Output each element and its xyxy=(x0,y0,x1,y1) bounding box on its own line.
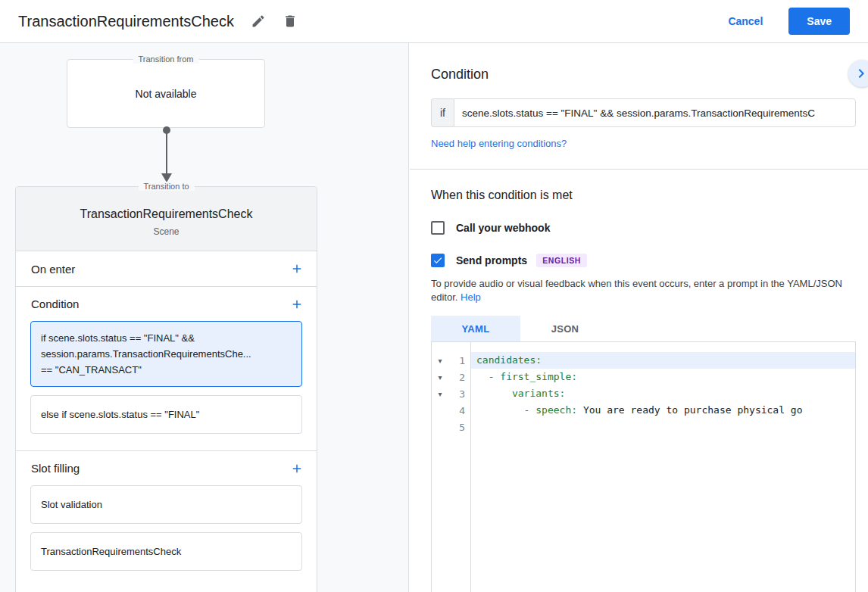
fold-arrow-icon[interactable]: ▾ xyxy=(432,373,448,382)
plus-icon xyxy=(290,262,304,276)
condition-expression-input[interactable] xyxy=(454,98,856,127)
scene-card-header[interactable]: TransactionRequirementsCheck Scene xyxy=(16,187,317,251)
transition-to-label: Transition to xyxy=(138,182,194,191)
save-button[interactable]: Save xyxy=(788,8,850,35)
on-enter-label: On enter xyxy=(31,263,75,276)
yaml-key: speech: xyxy=(535,404,577,416)
yaml-key: variants: xyxy=(512,388,565,399)
line-number: 5 xyxy=(448,422,470,433)
code-line[interactable]: candidates: xyxy=(471,352,855,369)
scene-canvas: Transition from Not available Transition… xyxy=(0,43,409,592)
editor-code-area[interactable]: candidates: - first_simple: variants: - … xyxy=(471,342,855,592)
help-link[interactable]: Help xyxy=(461,291,481,303)
plus-icon xyxy=(290,462,304,475)
top-bar: TransactionRequirementsCheck Cancel Save xyxy=(0,0,868,43)
slot-item[interactable]: Slot validation xyxy=(30,485,302,524)
scene-name: TransactionRequirementsCheck xyxy=(16,207,317,221)
slot-item-label: Slot validation xyxy=(41,497,292,513)
slot-item-label: TransactionRequirementsCheck xyxy=(41,544,292,559)
condition-help-link[interactable]: Need help entering conditions? xyxy=(431,138,856,149)
condition-text-line: == "CAN_TRANSACT" xyxy=(41,362,292,378)
tab-yaml[interactable]: YAML xyxy=(431,316,520,341)
condition-text-line: else if scene.slots.status == "FINAL" xyxy=(41,407,292,422)
condition-item[interactable]: else if scene.slots.status == "FINAL" xyxy=(30,395,302,434)
condition-detail-panel: Condition if Need help entering conditio… xyxy=(410,43,868,592)
yaml-key: candidates: xyxy=(476,354,542,366)
plus-icon xyxy=(290,298,304,311)
tab-json[interactable]: JSON xyxy=(520,316,610,341)
on-enter-row: On enter xyxy=(16,251,317,287)
code-line[interactable]: - speech: You are ready to purchase phys… xyxy=(471,402,855,419)
collapse-panel-button[interactable] xyxy=(848,60,868,87)
condition-label: Condition xyxy=(31,298,79,310)
yaml-key: first_simple: xyxy=(500,371,577,382)
top-bar-actions: Cancel Save xyxy=(728,8,850,35)
yaml-editor: ▾ 1 ▾ 2 ▾ 3 4 5 xyxy=(431,341,856,592)
code-line[interactable] xyxy=(471,419,855,435)
call-webhook-checkbox[interactable] xyxy=(431,221,445,235)
code-line[interactable]: - first_simple: xyxy=(471,369,855,385)
edit-button[interactable] xyxy=(251,14,266,29)
call-webhook-label[interactable]: Call your webhook xyxy=(456,222,550,234)
yaml-indent xyxy=(476,388,512,399)
condition-header-row: Condition xyxy=(16,287,317,321)
transition-to-card: Transition to TransactionRequirementsChe… xyxy=(15,186,317,592)
gutter-line: ▾ 1 xyxy=(432,352,470,369)
add-slot-button[interactable] xyxy=(287,459,307,478)
condition-item-selected[interactable]: if scene.slots.status == "FINAL" && sess… xyxy=(30,321,302,387)
scene-editor-app: TransactionRequirementsCheck Cancel Save… xyxy=(0,0,868,592)
gutter-line: ▾ 3 xyxy=(432,385,470,402)
condition-text-line: session.params.TransactionRequirementsCh… xyxy=(41,346,292,362)
panel-title: Condition xyxy=(431,67,856,83)
add-condition-button[interactable] xyxy=(287,294,307,314)
send-prompts-row: Send prompts ENGLISH xyxy=(431,254,856,267)
line-number: 1 xyxy=(448,355,470,366)
webhook-row: Call your webhook xyxy=(431,221,856,235)
scene-type: Scene xyxy=(16,226,317,237)
gutter-line: 4 xyxy=(432,402,470,419)
condition-section: Condition if scene.slots.status == "FINA… xyxy=(16,287,317,451)
section-divider xyxy=(410,169,868,170)
language-badge: ENGLISH xyxy=(536,254,587,267)
cancel-button[interactable]: Cancel xyxy=(728,15,763,27)
line-number: 2 xyxy=(448,372,470,383)
transition-from-value: Not available xyxy=(136,88,197,100)
slot-filling-section: Slot filling Slot validation Transaction… xyxy=(16,451,317,587)
yaml-indent: - xyxy=(476,404,535,416)
check-icon xyxy=(432,255,443,266)
code-line[interactable]: variants: xyxy=(471,385,855,402)
chevron-right-icon xyxy=(852,64,868,83)
slot-item[interactable]: TransactionRequirementsCheck xyxy=(30,532,302,571)
send-prompts-label[interactable]: Send prompts xyxy=(456,254,527,266)
prompts-description-text: To provide audio or visual feedback when… xyxy=(431,278,842,303)
gutter-line: ▾ 2 xyxy=(432,369,470,385)
fold-arrow-icon[interactable]: ▾ xyxy=(432,390,448,398)
slot-filling-label: Slot filling xyxy=(31,462,80,475)
slot-filling-header-row: Slot filling xyxy=(16,451,317,485)
line-number: 4 xyxy=(448,405,470,416)
send-prompts-checkbox[interactable] xyxy=(431,254,445,267)
add-on-enter-button[interactable] xyxy=(287,259,307,279)
line-number: 3 xyxy=(448,388,470,400)
when-condition-met-title: When this condition is met xyxy=(431,189,856,202)
transition-from-label: Transition from xyxy=(133,55,199,64)
gutter-line: 5 xyxy=(432,419,470,435)
page-title: TransactionRequirementsCheck xyxy=(18,13,234,30)
condition-text-line: if scene.slots.status == "FINAL" && xyxy=(41,330,292,346)
delete-button[interactable] xyxy=(283,14,298,29)
trash-icon xyxy=(283,14,298,29)
condition-expression-row: if xyxy=(431,98,856,127)
transition-arrow-icon xyxy=(153,125,180,189)
yaml-value: You are ready to purchase physical go xyxy=(577,404,802,416)
editor-tabs: YAML JSON xyxy=(431,316,856,341)
fold-arrow-icon[interactable]: ▾ xyxy=(432,357,448,365)
prompts-description: To provide audio or visual feedback when… xyxy=(431,277,856,304)
yaml-indent: - xyxy=(476,371,500,382)
if-prefix: if xyxy=(431,98,454,127)
pencil-icon xyxy=(251,14,266,29)
editor-gutter: ▾ 1 ▾ 2 ▾ 3 4 5 xyxy=(432,342,471,592)
transition-from-box: Transition from Not available xyxy=(67,59,265,128)
